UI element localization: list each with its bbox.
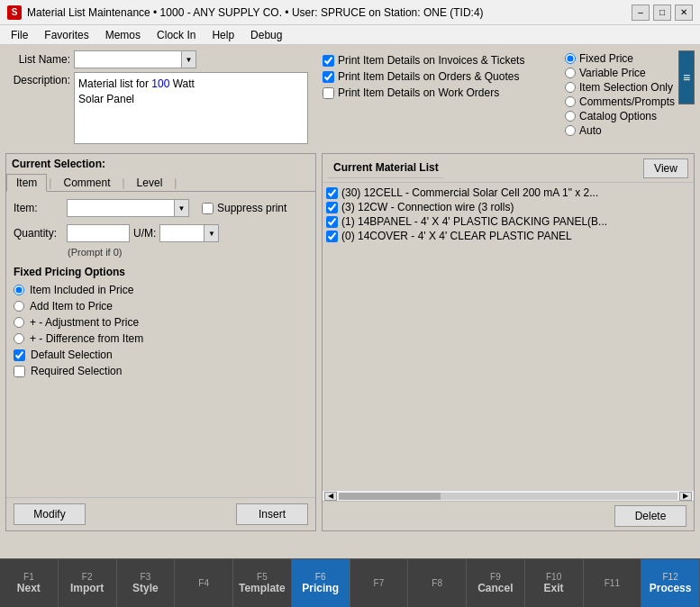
- fkey-f8[interactable]: F8: [408, 559, 467, 607]
- fkey-f12[interactable]: F12 Process: [641, 559, 700, 607]
- left-panel-title: Current Selection:: [6, 154, 315, 174]
- um-label: U/M:: [133, 227, 156, 240]
- pricing-label-4: + - Difference from Item: [30, 332, 143, 345]
- qty-label: Quantity:: [14, 227, 63, 240]
- radio-catalog-input[interactable]: [565, 111, 576, 122]
- list-item: (1) 14BPANEL - 4' X 4' PLASTIC BACKING P…: [326, 215, 690, 228]
- cb-workorders[interactable]: [323, 87, 334, 99]
- pricing-options: Item Included in Price Add Item to Price…: [14, 284, 308, 345]
- menu-help[interactable]: Help: [205, 27, 241, 43]
- fkey-f10[interactable]: F10 Exit: [525, 559, 584, 607]
- pricing-radio-4[interactable]: [14, 333, 24, 344]
- tabs-row: Item | Comment | Level |: [6, 174, 315, 192]
- material-item-checkbox-3[interactable]: [326, 216, 338, 228]
- list-name-label: List Name:: [5, 53, 70, 66]
- modify-button[interactable]: Modify: [14, 503, 86, 525]
- view-button[interactable]: View: [643, 159, 688, 178]
- radio-auto: Auto: [565, 124, 675, 137]
- cb-invoices[interactable]: [323, 55, 334, 67]
- cb-invoices-label: Print Item Details on Invoices & Tickets: [338, 54, 524, 67]
- title-bar: S Material List Maintenance • 1000 - ANY…: [0, 0, 700, 25]
- fkey-f1-label: Next: [17, 582, 41, 594]
- pricing-option-3: + - Adjustment to Price: [14, 316, 308, 329]
- fkey-f5[interactable]: F5 Template: [233, 559, 292, 607]
- fkey-f7[interactable]: F7: [350, 559, 409, 607]
- material-item-checkbox-4[interactable]: [326, 231, 338, 242]
- right-panel-title: Current Material List: [328, 158, 444, 178]
- maximize-button[interactable]: □: [653, 5, 671, 21]
- fkey-f3-num: F3: [141, 572, 151, 582]
- scroll-right[interactable]: ▶: [679, 492, 692, 501]
- tab-item[interactable]: Item: [6, 174, 47, 192]
- fkey-f3-label: Style: [132, 582, 159, 594]
- insert-button[interactable]: Insert: [236, 503, 308, 525]
- checkbox-row-1: Print Item Details on Invoices & Tickets: [323, 54, 559, 67]
- radio-catalog: Catalog Options: [565, 110, 675, 122]
- radio-comments-input[interactable]: [565, 96, 576, 107]
- fkey-f1-num: F1: [23, 572, 34, 582]
- menu-clockin[interactable]: Clock In: [150, 27, 203, 43]
- tab-comment[interactable]: Comment: [53, 174, 120, 191]
- tab-level[interactable]: Level: [127, 174, 173, 191]
- radio-comments-label: Comments/Prompts: [579, 95, 675, 108]
- radio-auto-input[interactable]: [565, 125, 576, 136]
- um-dropdown[interactable]: ▼: [205, 224, 219, 242]
- list-name-dropdown[interactable]: ▼: [182, 50, 196, 68]
- minimize-button[interactable]: –: [632, 5, 650, 21]
- material-item-checkbox-1[interactable]: [326, 187, 338, 199]
- um-input[interactable]: [159, 224, 205, 242]
- qty-input[interactable]: [67, 224, 130, 242]
- suppress-checkbox[interactable]: [202, 203, 214, 214]
- prompt-text: (Prompt if 0): [68, 247, 123, 258]
- scroll-left[interactable]: ◀: [324, 492, 337, 501]
- fkey-f3[interactable]: F3 Style: [117, 559, 176, 607]
- item-dropdown[interactable]: ▼: [175, 199, 189, 217]
- description-highlight: 100: [151, 77, 169, 90]
- fkey-f4[interactable]: F4: [175, 559, 233, 607]
- item-input[interactable]: [67, 199, 175, 217]
- fkey-f2[interactable]: F2 Import: [59, 559, 117, 607]
- radio-auto-label: Auto: [579, 124, 602, 137]
- material-item-checkbox-2[interactable]: [326, 202, 338, 213]
- close-button[interactable]: ✕: [675, 5, 693, 21]
- fkey-f9[interactable]: F9 Cancel: [467, 559, 525, 607]
- radio-fixed-price-input[interactable]: [565, 53, 576, 64]
- right-icon-btn[interactable]: ≡: [678, 50, 695, 104]
- pricing-radio-1[interactable]: [14, 285, 24, 295]
- fkey-f11[interactable]: F11: [584, 559, 642, 607]
- radio-variable-price-label: Variable Price: [579, 67, 646, 79]
- default-selection-checkbox[interactable]: [14, 349, 25, 361]
- cb-orders[interactable]: [323, 71, 334, 83]
- required-selection-checkbox[interactable]: [14, 366, 25, 377]
- menu-file[interactable]: File: [4, 27, 35, 43]
- menu-memos[interactable]: Memos: [98, 27, 148, 43]
- material-item-text-3: (1) 14BPANEL - 4' X 4' PLASTIC BACKING P…: [341, 215, 607, 228]
- pricing-radio-2[interactable]: [14, 301, 24, 312]
- required-selection-row: Required Selection: [14, 365, 308, 377]
- fkey-f5-num: F5: [257, 572, 268, 582]
- fkey-f11-num: F11: [605, 578, 620, 588]
- item-label: Item:: [14, 202, 63, 214]
- list-name-input[interactable]: LSOLARPANEL: [74, 50, 182, 68]
- required-selection-label: Required Selection: [31, 365, 122, 377]
- fkey-f10-label: Exit: [544, 582, 564, 594]
- fkey-f6[interactable]: F6 Pricing: [292, 559, 350, 607]
- description-field[interactable]: Material list for 100 WattSolar Panel: [74, 72, 308, 144]
- left-panel-body: Item: ▼ Suppress print Quantity: U/M:: [6, 192, 315, 497]
- suppress-check: Suppress print: [202, 202, 286, 214]
- fkey-f7-num: F7: [374, 578, 385, 588]
- material-list: (30) 12CELL - Commercial Solar Cell 200 …: [323, 183, 694, 340]
- delete-button[interactable]: Delete: [614, 505, 686, 527]
- pricing-radio-3[interactable]: [14, 317, 24, 328]
- radio-variable-price: Variable Price: [565, 67, 675, 79]
- scrollbar[interactable]: ◀ ▶: [323, 490, 694, 501]
- material-item-text-2: (3) 12CW - Connection wire (3 rolls): [341, 201, 514, 213]
- menu-debug[interactable]: Debug: [243, 27, 289, 43]
- radio-variable-price-input[interactable]: [565, 68, 576, 78]
- price-type-options: Fixed Price Variable Price Item Selectio…: [565, 50, 675, 139]
- menu-favorites[interactable]: Favorites: [37, 27, 95, 43]
- fkey-f1[interactable]: F1 Next: [0, 559, 59, 607]
- list-item: (0) 14COVER - 4' X 4' CLEAR PLASTIC PANE…: [326, 230, 690, 242]
- scroll-track[interactable]: [339, 493, 677, 500]
- radio-item-selection-input[interactable]: [565, 82, 576, 93]
